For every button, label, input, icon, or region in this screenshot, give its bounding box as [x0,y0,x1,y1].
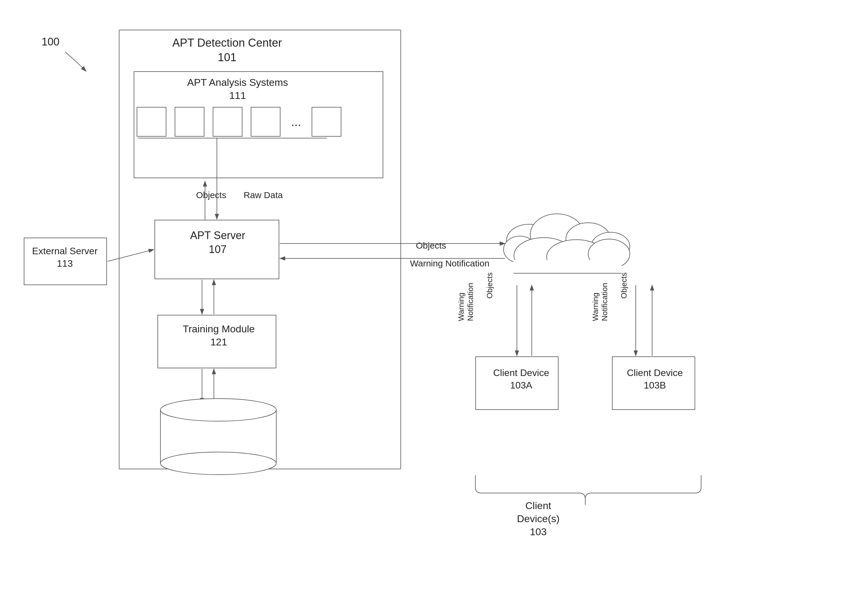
apt-server-label: APT Server 107 [190,229,245,257]
analysis-box-2 [175,107,204,137]
svg-rect-22 [513,260,622,276]
apt-analysis-label: APT Analysis Systems 111 [187,76,288,102]
svg-point-17 [591,232,630,261]
apt-detection-center-label: APT Detection Center 101 [172,36,282,65]
analysis-box-5 [312,107,341,137]
rotated-objects-1-label: Objects [485,272,494,299]
svg-point-18 [504,236,536,263]
client-device-b-label: Client Device 103B [627,367,683,391]
analysis-box-3 [213,107,242,137]
analysis-box-4 [251,107,280,137]
rotated-warning-2-label: WarningNotification [591,283,609,321]
objects-label: Objects [196,190,226,200]
objects-right-label: Objects [416,240,446,251]
client-devices-group-label: Client Device(s) 103 [517,499,560,539]
analysis-boxes-row: ... [137,107,341,137]
warning-notification-right-label: Warning Notification [410,258,489,269]
svg-point-14 [506,224,551,257]
network-label: Network 105 [556,226,595,254]
ellipsis-label: ... [289,107,303,137]
training-module-label: Training Module 121 [183,322,255,348]
rotated-warning-1-label: WarningNotification [457,283,475,321]
diagram-container: 100 APT Detection Center 101 APT Analysi… [0,0,866,616]
analysis-box-1 [137,107,167,137]
ref-100-label: 100 [42,36,60,48]
external-server-label: External Server 113 [32,245,98,270]
raw-data-label: Raw Data [244,190,283,200]
rotated-objects-2-label: Objects [619,272,629,299]
client-device-a-label: Client Device 103A [493,367,549,391]
